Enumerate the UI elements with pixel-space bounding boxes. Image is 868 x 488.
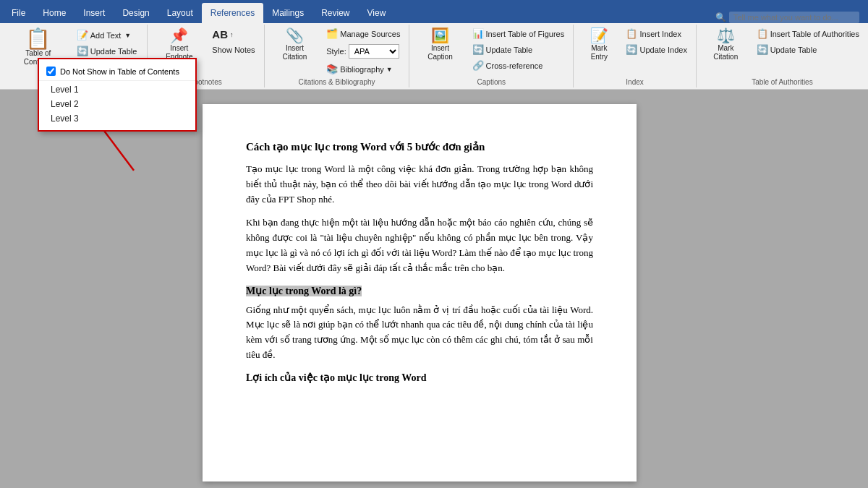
show-notes-button[interactable]: Show Notes <box>208 43 259 56</box>
tab-insert[interactable]: Insert <box>75 3 114 23</box>
index-group-label: Index <box>626 77 643 86</box>
doc-para-3: Giống như một quyển sách, mục lục luôn n… <box>246 303 593 363</box>
insert-table-figures-button[interactable]: 📊 Insert Table of Figures <box>468 26 569 41</box>
level-3-item[interactable]: Level 3 <box>39 111 195 126</box>
ribbon-tabs-bar: File Home Insert Design Layout Reference… <box>0 0 868 23</box>
dropdown-divider <box>39 80 195 81</box>
add-text-icon: 📝 <box>77 30 88 40</box>
mark-citation-label: Mark Citation <box>705 44 747 61</box>
tab-layout[interactable]: Layout <box>158 3 202 23</box>
style-selector[interactable]: Style: APA MLA Chicago <box>322 42 404 61</box>
citations-sub: 🗂️ Manage Sources Style: APA MLA Chicago… <box>322 26 404 77</box>
insert-citation-label: Insert Citation <box>273 44 318 61</box>
insert-auth-icon: 📋 <box>757 28 768 39</box>
insert-table-fig-icon: 📊 <box>472 28 484 39</box>
captions-items: 🖼️ Insert Caption 📊 Insert Table of Figu… <box>414 26 569 77</box>
tab-home[interactable]: Home <box>34 3 75 23</box>
manage-sources-icon: 🗂️ <box>326 28 338 39</box>
citations-group-label: Citations & Bibliography <box>298 77 375 86</box>
tab-mailings[interactable]: Mailings <box>263 3 312 23</box>
update-index-button[interactable]: 🔄 Update Index <box>621 42 691 57</box>
mark-citation-button[interactable]: ⚖️ Mark Citation <box>701 26 751 64</box>
captions-sub: 📊 Insert Table of Figures 🔄 Update Table… <box>468 26 569 73</box>
group-citations: 📎 Insert Citation 🗂️ Manage Sources Styl… <box>265 25 410 87</box>
tab-view[interactable]: View <box>359 3 395 23</box>
citations-items: 📎 Insert Citation 🗂️ Manage Sources Styl… <box>269 26 405 77</box>
authorities-sub: 📋 Insert Table of Authorities 🔄 Update T… <box>752 26 864 57</box>
toc-checkbox-label: Do Not Show in Table of Contents <box>60 67 179 76</box>
toc-sub-buttons: 📝 Add Text ▼ 🔄 Update Table <box>72 27 142 59</box>
authorities-group-label: Table of Authorities <box>752 77 813 86</box>
next-footnote-button[interactable]: AB↑ <box>208 26 259 43</box>
insert-table-auth-button[interactable]: 📋 Insert Table of Authorities <box>752 26 864 41</box>
search-input[interactable] <box>729 12 859 23</box>
bibliography-arrow[interactable]: ▼ <box>386 66 393 73</box>
manage-sources-button[interactable]: 🗂️ Manage Sources <box>322 26 404 41</box>
update-table-button[interactable]: 🔄 Update Table <box>72 43 142 59</box>
main-area: Cách tạo mục lục trong Word với 5 bước đ… <box>0 90 868 488</box>
toc-icon: 📋 <box>25 29 51 49</box>
doc-heading-1-block: Mục lục trong Word là gì? <box>246 285 593 297</box>
tab-design[interactable]: Design <box>114 3 158 23</box>
style-label: Style: <box>326 47 346 56</box>
update-table-auth-button[interactable]: 🔄 Update Table <box>752 42 864 57</box>
insert-citation-icon: 📎 <box>286 28 304 43</box>
add-text-button[interactable]: 📝 Add Text ▼ <box>72 27 142 43</box>
doc-heading-2-block: Lợi ích của việc tạo mục lục trong Word <box>246 372 593 384</box>
index-sub: 📋 Insert Index 🔄 Update Index <box>621 26 691 57</box>
footnotes-sub: AB↑ Show Notes <box>208 26 259 56</box>
toc-dropdown-panel: Do Not Show in Table of Contents Level 1… <box>38 58 197 132</box>
insert-endnote-icon: 📌 <box>170 28 188 43</box>
doc-heading-1: Mục lục trong Word là gì? <box>246 286 362 296</box>
cross-ref-icon: 🔗 <box>472 60 484 71</box>
insert-caption-label: Insert Caption <box>417 44 462 61</box>
update-table-cap-icon: 🔄 <box>472 44 484 55</box>
doc-para-1: Tạo mục lục trong Word là một công việc … <box>246 162 593 207</box>
doc-heading-2: Lợi ích của việc tạo mục lục trong Word <box>246 372 426 383</box>
mark-entry-label: Mark Entry <box>582 44 616 61</box>
tab-file[interactable]: File <box>3 3 34 23</box>
mark-citation-icon: ⚖️ <box>717 28 735 43</box>
update-table-icon: 🔄 <box>77 46 88 56</box>
bibliography-icon: 📚 <box>326 64 338 74</box>
tab-references[interactable]: References <box>202 3 263 23</box>
style-dropdown[interactable]: APA MLA Chicago <box>349 44 399 59</box>
group-index: 📝 Mark Entry 📋 Insert Index 🔄 Update Ind… <box>574 25 697 87</box>
toc-checkbox-row[interactable]: Do Not Show in Table of Contents <box>39 64 195 79</box>
group-authorities: ⚖️ Mark Citation 📋 Insert Table of Autho… <box>697 25 868 87</box>
insert-index-icon: 📋 <box>626 28 637 39</box>
add-text-dropdown-arrow[interactable]: ▼ <box>124 32 131 39</box>
ribbon-tab-list: File Home Insert Design Layout Reference… <box>0 0 868 23</box>
mark-entry-button[interactable]: 📝 Mark Entry <box>578 26 620 64</box>
doc-para-2: Khi bạn đang thực hiện một tài liệu hướn… <box>246 215 593 275</box>
insert-caption-button[interactable]: 🖼️ Insert Caption <box>414 26 466 64</box>
search-icon: 🔍 <box>715 12 726 22</box>
cross-reference-button[interactable]: 🔗 Cross-reference <box>468 58 569 73</box>
toc-checkbox[interactable] <box>46 67 56 76</box>
insert-index-button[interactable]: 📋 Insert Index <box>621 26 691 41</box>
index-items: 📝 Mark Entry 📋 Insert Index 🔄 Update Ind… <box>578 26 692 77</box>
insert-citation-button[interactable]: 📎 Insert Citation <box>269 26 321 64</box>
captions-group-label: Captions <box>477 77 506 86</box>
update-table-captions-button[interactable]: 🔄 Update Table <box>468 42 569 57</box>
mark-entry-icon: 📝 <box>590 28 608 43</box>
doc-title: Cách tạo mục lục trong Word với 5 bước đ… <box>246 140 593 153</box>
tab-review[interactable]: Review <box>312 3 358 23</box>
insert-caption-icon: 🖼️ <box>431 28 449 43</box>
update-auth-icon: 🔄 <box>757 44 768 55</box>
group-captions: 🖼️ Insert Caption 📊 Insert Table of Figu… <box>409 25 574 87</box>
document-content: Cách tạo mục lục trong Word với 5 bước đ… <box>203 104 637 481</box>
authorities-items: ⚖️ Mark Citation 📋 Insert Table of Autho… <box>701 26 864 77</box>
bibliography-button[interactable]: 📚 Bibliography ▼ <box>322 61 404 77</box>
level-1-item[interactable]: Level 1 <box>39 82 195 97</box>
update-index-icon: 🔄 <box>626 44 637 55</box>
level-2-item[interactable]: Level 2 <box>39 97 195 111</box>
